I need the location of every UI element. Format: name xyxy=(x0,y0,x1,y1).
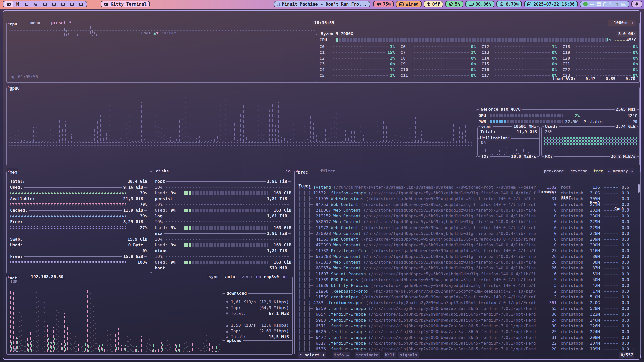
process-row[interactable]: │ │ ├─ 11795 WebExtensions (/nix/store/f… xyxy=(295,196,640,202)
process-cpu-history xyxy=(603,291,618,292)
process-cpu-history xyxy=(603,274,618,275)
info-hint[interactable]: info ↵ xyxy=(333,352,350,358)
process-cpu: 0.0 xyxy=(622,196,629,202)
module-network[interactable]: Wired xyxy=(396,1,422,7)
process-row[interactable]: │ │ ├─ 220028 Web Content (/nix/store/fq… xyxy=(295,231,640,236)
cpu-tab[interactable]: 1cpu xyxy=(7,20,18,26)
tray-mustache-icon[interactable] xyxy=(590,3,595,6)
process-row[interactable]: │ │ ├─ 6472 .ferdium-wrappe (/nix/store/… xyxy=(295,335,640,340)
process-row[interactable]: │ │ ├─ 11607 Socket Process (/nix/store/… xyxy=(295,271,640,277)
process-row[interactable]: │ │ ├─ 11839 Utility Process (/nix/store… xyxy=(295,283,640,288)
music-module[interactable]: ♫Minuit Machine - Don't Run Fro... xyxy=(274,1,370,7)
kill-hint[interactable]: Kill xyxy=(384,352,396,358)
tray-phone-icon[interactable] xyxy=(603,2,606,6)
net-zero-toggle[interactable]: zero xyxy=(240,274,253,280)
process-row[interactable]: │ │ ├─ 673038 Web Content (/nix/store/fq… xyxy=(295,259,640,265)
tray-window-icon[interactable] xyxy=(597,2,601,6)
window-title-module[interactable]: Kitty Terminal xyxy=(101,1,150,7)
iface-next-button[interactable]: n→ xyxy=(281,274,289,280)
process-row[interactable]: │ │ ├─ 11968 .keepassxc-prox (/nix/store… xyxy=(295,288,640,294)
scrollbar-track[interactable] xyxy=(638,184,640,352)
workspace-button-3[interactable] xyxy=(22,1,31,7)
process-row[interactable]: │ │ ├─ 580017 Web Content (/nix/store/fq… xyxy=(295,219,640,225)
cpu-menu-button[interactable]: menu xyxy=(29,20,42,26)
workspace-button-6[interactable] xyxy=(49,1,58,7)
workspace-button-5[interactable] xyxy=(40,1,49,7)
process-command: │ [-]-4783 .ferdium-wrappe (/nix/store/a… xyxy=(298,300,536,306)
core-usage: 0% xyxy=(633,56,638,61)
process-user: christoph xyxy=(561,271,583,277)
process-row[interactable]: │ │ ├─ 689674 Web Content (/nix/store/fq… xyxy=(295,265,640,271)
graph-column xyxy=(263,132,264,142)
process-user: christoph xyxy=(561,329,583,335)
process-row[interactable]: [-]-1 systemd (/run/current-system/syste… xyxy=(295,184,640,190)
process-row[interactable]: │ │ ├─ 6654 .ferdium-wrappe (/nix/store/… xyxy=(295,311,640,317)
process-row[interactable]: │ │ ├─ 6350 .ferdium-wrappe (/nix/store/… xyxy=(295,306,640,311)
tray-funnel-icon[interactable] xyxy=(615,2,619,6)
process-row[interactable]: │ │ ├─ 6511 .ferdium-wrappe (/nix/store/… xyxy=(295,323,640,329)
module-volume[interactable]: 75% xyxy=(373,1,394,7)
graph-column xyxy=(103,138,104,142)
module-disk-usage[interactable]: 8.79% xyxy=(496,1,522,7)
module-bluetooth[interactable]: Off xyxy=(424,1,443,7)
iface-prev-button[interactable]: ←b xyxy=(255,274,262,280)
module-clock[interactable]: 2025-07-22 16:36 xyxy=(524,1,578,7)
process-row[interactable]: │ │ ├─ 11732 Privileged Cont (/nix/store… xyxy=(295,248,640,254)
notification-bell[interactable] xyxy=(631,1,642,7)
net-sync-toggle[interactable]: sync xyxy=(207,274,220,280)
refresh-interval-control[interactable]: - 1000ms + xyxy=(608,20,635,26)
terminate-hint[interactable]: terminate xyxy=(355,352,380,358)
tray-keyboard-icon[interactable] xyxy=(621,3,626,6)
graph-column xyxy=(499,150,500,155)
tray-key-icon[interactable] xyxy=(609,2,613,6)
workspace-button-8[interactable] xyxy=(67,1,76,7)
process-row[interactable]: │ │ ├─ 41363 Web Content (/nix/store/fqa… xyxy=(295,236,640,242)
core-cell: C41% xyxy=(319,67,395,73)
cpu-preset-button[interactable]: preset * xyxy=(50,20,72,26)
square-icon xyxy=(61,3,65,6)
cpu-user-line xyxy=(9,36,315,38)
core-cell: C100% xyxy=(400,67,476,73)
memory-row-value: 0 Byte xyxy=(128,243,143,247)
process-row[interactable]: │ │ ├─ 11739 RDD Process (/nix/store/fqa… xyxy=(295,277,640,283)
process-memory: 271M xyxy=(590,202,600,207)
process-row[interactable]: │ │ ├─ 5983 .ferdium-wrappe (/nix/store/… xyxy=(295,317,640,323)
process-row[interactable]: │ │ ├─ 219152 Web Content (/nix/store/fq… xyxy=(295,213,640,219)
process-command: │ │ ├─ 11968 .keepassxc-prox (/nix/store… xyxy=(298,288,536,294)
process-row[interactable]: │ │ ├─ 6520 .ferdium-wrappe (/nix/store/… xyxy=(295,329,640,335)
workspace-button-9[interactable] xyxy=(76,1,86,7)
workspace-button-7[interactable] xyxy=(58,1,67,7)
process-row[interactable]: │ [-]-4783 .ferdium-wrappe (/nix/store/a… xyxy=(295,300,640,306)
process-row[interactable]: │ │ ├─ 94753 Web Content (/nix/store/fqa… xyxy=(295,202,640,207)
graph-column xyxy=(465,125,466,142)
memory-meter-percent: 0% xyxy=(142,248,147,254)
graph-column xyxy=(240,112,241,142)
graph-column xyxy=(217,135,218,142)
process-row[interactable]: │ │ ├─ 479390 Web Content (/nix/store/fq… xyxy=(295,242,640,248)
process-row[interactable]: │ │ ├─ 673288 Web Content (/nix/store/fq… xyxy=(295,254,640,259)
workspace-button-4[interactable]: ↻ xyxy=(31,1,40,7)
module-cpu-usage[interactable]: 5% xyxy=(445,1,463,7)
workspace-button-2[interactable]: N xyxy=(13,1,22,7)
module-memory-usage[interactable]: 30.06% xyxy=(465,1,494,7)
vram-total-label: Total: xyxy=(480,129,496,134)
process-row[interactable]: │ │ ├─ 218067 Web Content (/nix/store/fq… xyxy=(295,207,640,213)
process-row[interactable]: │ │ └─ 11539 crashhelper (/nix/store/fqa… xyxy=(295,294,640,300)
graph-column xyxy=(195,352,196,352)
workspace-button-1[interactable] xyxy=(4,1,13,7)
process-row[interactable]: │ [-]-11532 .firefox-wrappe (/nix/store/… xyxy=(295,190,640,196)
net-auto-toggle[interactable]: auto xyxy=(224,274,236,280)
graph-column xyxy=(106,133,107,142)
process-row[interactable]: │ │ ├─ 11972 Web Content (/nix/store/fqa… xyxy=(295,225,640,231)
process-command: [-]-1 systemd (/run/current-system/syste… xyxy=(298,184,536,190)
process-row[interactable]: │ │ ├─ 6517 .ferdium-wrappe (/nix/store/… xyxy=(295,340,640,346)
scrollbar-thumb[interactable] xyxy=(638,184,640,193)
signals-hint[interactable]: signals xyxy=(398,352,419,358)
process-memory: 230M xyxy=(590,213,600,219)
core-history xyxy=(414,75,469,76)
memory-panel: 2mem Total:30,4 GiBUsed:9,16 GiB30%Avail… xyxy=(6,171,151,273)
process-row[interactable]: │ │ ├─ 6536 .ferdium-wrappe (/nix/store/… xyxy=(295,346,640,352)
select-hint[interactable]: ↑ select ↓ xyxy=(298,352,326,358)
tray-check-icon[interactable]: ✓ xyxy=(583,2,588,6)
core-usage: 0% xyxy=(552,56,557,61)
